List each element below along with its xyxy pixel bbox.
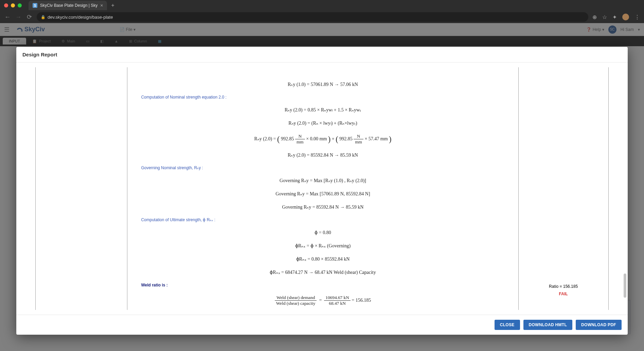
equation-11: ϕRₙₓ = 0.80 × 85592.84 kN: [141, 256, 504, 262]
window-controls: [4, 3, 22, 7]
design-report-modal: Design Report Rₙy (1.0) = 57061.89 N → 5…: [16, 47, 628, 335]
lock-icon: 🔒: [41, 15, 46, 19]
report-main-column: Rₙy (1.0) = 57061.89 N → 57.06 kN Comput…: [127, 67, 518, 310]
equation-10: ϕRₙₓ = ϕ × Rₙₓ (Governing): [141, 243, 504, 249]
browser-menu-icon[interactable]: ⋮: [634, 14, 640, 20]
download-pdf-button[interactable]: DOWNLOAD PDF: [576, 320, 622, 330]
equation-3: Rₙy (2.0) = (Rₙ × lwyₗ) + (Rₙ×lwyₜ): [141, 120, 504, 126]
url-text: dev.skyciv.com/design/base-plate: [48, 15, 113, 20]
back-icon[interactable]: ←: [4, 14, 11, 21]
modal-body[interactable]: Rₙy (1.0) = 57061.89 N → 57.06 kN Comput…: [16, 63, 628, 315]
heading-nominal: Computation of Nominal strength equation…: [141, 95, 504, 100]
browser-tab-bar: S SkyCiv Base Plate Design | Sky × +: [0, 0, 644, 11]
heading-governing: Governing Nominal strength, Rₙy :: [141, 165, 504, 170]
ratio-status: FAIL: [519, 292, 608, 296]
download-html-button[interactable]: DOWNLOAD HMTL: [523, 320, 573, 330]
report-right-column: Ratio = 156.185 FAIL: [518, 67, 608, 310]
equation-4: Rₙy (2.0) = ( 992.85 Nmm × 0.00 mm ) + (…: [141, 134, 504, 145]
equation-1: Rₙy (1.0) = 57061.89 N → 57.06 kN: [141, 82, 504, 87]
equation-2: Rₙy (2.0) = 0.85 × Rₙywₗ + 1.5 × Rₙywₜ: [141, 107, 504, 113]
browser-tab[interactable]: S SkyCiv Base Plate Design | Sky ×: [29, 1, 107, 10]
scrollbar-thumb[interactable]: [624, 274, 626, 298]
bookmark-icon[interactable]: ☆: [602, 14, 607, 20]
equation-9: ϕ = 0.80: [141, 230, 504, 235]
reload-icon[interactable]: ⟳: [26, 13, 33, 21]
tab-title: SkyCiv Base Plate Design | Sky: [40, 3, 97, 8]
close-button[interactable]: CLOSE: [495, 320, 520, 330]
heading-ultimate: Computation of Ultimate strength, ϕ Rₙₓ …: [141, 217, 504, 222]
equation-12: ϕRₙₓ = 68474.27 N → 68.47 kN Weld (shear…: [141, 269, 504, 275]
ratio-summary: Ratio = 156.185 FAIL: [519, 284, 608, 296]
site-favicon: S: [33, 3, 37, 8]
new-tab-icon[interactable]: +: [111, 2, 114, 8]
modal-footer: CLOSE DOWNLOAD HMTL DOWNLOAD PDF: [16, 315, 628, 335]
forward-icon[interactable]: →: [15, 14, 22, 21]
ratio-value: Ratio = 156.185: [519, 284, 608, 289]
modal-title: Design Report: [16, 47, 628, 63]
scrollbar[interactable]: [623, 67, 626, 310]
maximize-window-button[interactable]: [18, 3, 22, 7]
report-page: Rₙy (1.0) = 57061.89 N → 57.06 kN Comput…: [35, 67, 608, 310]
heading-weld-ratio: Weld ratio is :: [141, 283, 504, 287]
profile-avatar[interactable]: [622, 14, 629, 20]
equation-7: Governing Rₙy = Max [57061.89 N, 85592.8…: [141, 191, 504, 197]
equation-8: Governing Rₙy = 85592.84 N → 85.59 kN: [141, 204, 504, 210]
close-window-button[interactable]: [4, 3, 8, 7]
equation-5: Rₙy (2.0) = 85592.84 N → 85.59 kN: [141, 152, 504, 158]
zoom-icon[interactable]: ⊕: [592, 14, 597, 20]
browser-toolbar: ← → ⟳ 🔒 dev.skyciv.com/design/base-plate…: [0, 11, 644, 23]
equation-ratio: Weld (shear) demand Weld (shear) capacit…: [141, 295, 504, 306]
equation-6: Governing Rₙy = Max [Rₙy (1.0) , Rₙy (2.…: [141, 178, 504, 183]
minimize-window-button[interactable]: [11, 3, 15, 7]
extensions-icon[interactable]: ✦: [612, 14, 617, 20]
close-tab-icon[interactable]: ×: [100, 3, 103, 8]
report-left-column: [36, 67, 127, 310]
address-bar[interactable]: 🔒 dev.skyciv.com/design/base-plate: [37, 12, 588, 22]
